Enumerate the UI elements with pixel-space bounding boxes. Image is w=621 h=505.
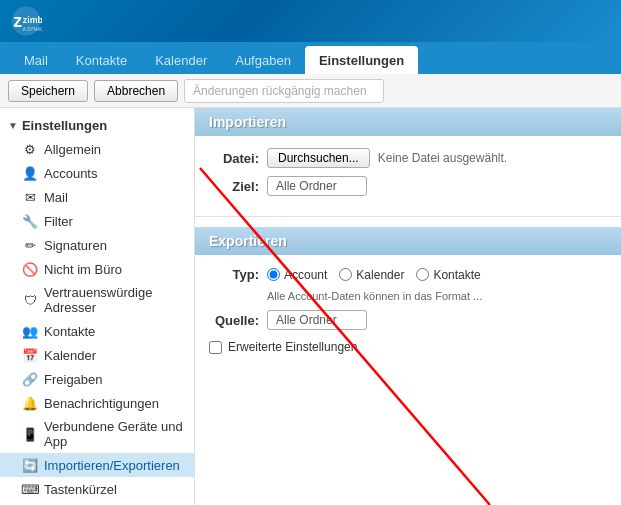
nav-tab-kalender[interactable]: Kalender [141,46,221,74]
nichtimbuero-icon: 🚫 [22,261,38,277]
quelle-label: Quelle: [209,313,259,328]
sidebar-item-accounts[interactable]: 👤 Accounts [0,161,194,185]
zimbra-logo-icon: z zimbra A SYNACOR PRODUCT [10,5,42,37]
svg-text:zimbra: zimbra [23,15,42,25]
undo-field[interactable]: Änderungen rückgängig machen [184,79,384,103]
nav-tab-aufgaben[interactable]: Aufgaben [221,46,305,74]
sidebar-item-allgemein[interactable]: ⚙ Allgemein [0,137,194,161]
browse-button[interactable]: Durchsuchen... [267,148,370,168]
import-section-body: Datei: Durchsuchen... Keine Datei ausgew… [195,136,621,217]
import-section-header: Importieren [195,108,621,136]
sidebar-item-label: Accounts [44,166,97,181]
sidebar-item-label: Signaturen [44,238,107,253]
quelle-dropdown-value: Alle Ordner [276,313,337,327]
sidebar-item-kalender[interactable]: 📅 Kalender [0,343,194,367]
filter-icon: 🔧 [22,213,38,229]
quelle-row: Quelle: Alle Ordner [209,310,607,330]
freigaben-icon: 🔗 [22,371,38,387]
signaturen-icon: ✏ [22,237,38,253]
sidebar-item-label: Allgemein [44,142,101,157]
logo-area: z zimbra A SYNACOR PRODUCT [10,5,42,37]
export-title: Exportieren [209,233,287,249]
radio-kalender-label: Kalender [356,268,404,282]
export-section-body: Typ: Account Kalender Kontakte [195,255,621,366]
sidebar-item-label: Tastenkürzel [44,482,117,497]
collapse-arrow-icon: ▼ [8,120,18,131]
allgemein-icon: ⚙ [22,141,38,157]
typ-label: Typ: [209,267,259,282]
kalender-icon: 📅 [22,347,38,363]
radio-account[interactable]: Account [267,268,327,282]
toolbar: Speichern Abbrechen Änderungen rückgängi… [0,74,621,108]
erweitert-label: Erweiterte Einstellungen [228,340,357,354]
sidebar: ▼ Einstellungen ⚙ Allgemein 👤 Accounts ✉… [0,108,195,505]
import-title: Importieren [209,114,286,130]
ziel-dropdown-value: Alle Ordner [276,179,337,193]
benachrichtigungen-icon: 🔔 [22,395,38,411]
svg-text:z: z [13,11,22,31]
sidebar-item-label: Kontakte [44,324,95,339]
sidebar-item-benachrichtigungen[interactable]: 🔔 Benachrichtigungen [0,391,194,415]
sidebar-item-label: Freigaben [44,372,103,387]
sidebar-item-label: Nicht im Büro [44,262,122,277]
radio-account-label: Account [284,268,327,282]
sidebar-item-filter[interactable]: 🔧 Filter [0,209,194,233]
mail-icon: ✉ [22,189,38,205]
radio-account-input[interactable] [267,268,280,281]
typ-row: Typ: Account Kalender Kontakte [209,267,607,282]
sidebar-item-label: Vertrauenswürdige Adresser [44,285,186,315]
content-area: Importieren Datei: Durchsuchen... Keine … [195,108,621,505]
radio-kontakte-label: Kontakte [433,268,480,282]
sidebar-section-header[interactable]: ▼ Einstellungen [0,114,194,137]
tastenkuerzel-icon: ⌨ [22,481,38,497]
verbundene-icon: 📱 [22,426,38,442]
radio-kontakte[interactable]: Kontakte [416,268,480,282]
sidebar-item-label: Kalender [44,348,96,363]
sidebar-item-signaturen[interactable]: ✏ Signaturen [0,233,194,257]
erweitert-checkbox[interactable] [209,341,222,354]
nav-tab-einstellungen[interactable]: Einstellungen [305,46,418,74]
radio-kontakte-input[interactable] [416,268,429,281]
kontakte-icon: 👥 [22,323,38,339]
nav-tab-kontakte[interactable]: Kontakte [62,46,141,74]
ziel-label: Ziel: [209,179,259,194]
export-section-header: Exportieren [195,227,621,255]
nav-bar: Mail Kontakte Kalender Aufgaben Einstell… [0,42,621,74]
importexport-icon: 🔄 [22,457,38,473]
erweitert-row: Erweiterte Einstellungen [209,340,607,354]
sidebar-item-vertrauenswuerdig[interactable]: 🛡 Vertrauenswürdige Adresser [0,281,194,319]
radio-kalender[interactable]: Kalender [339,268,404,282]
sidebar-item-label: Mail [44,190,68,205]
sidebar-item-tastenkuerzel[interactable]: ⌨ Tastenkürzel [0,477,194,501]
vertrauenswuerdig-icon: 🛡 [22,292,38,308]
quelle-dropdown[interactable]: Alle Ordner [267,310,367,330]
sidebar-item-mail[interactable]: ✉ Mail [0,185,194,209]
cancel-button[interactable]: Abbrechen [94,80,178,102]
sidebar-item-freigaben[interactable]: 🔗 Freigaben [0,367,194,391]
no-file-text: Keine Datei ausgewählt. [378,151,507,165]
main-layout: ▼ Einstellungen ⚙ Allgemein 👤 Accounts ✉… [0,108,621,505]
ziel-dropdown[interactable]: Alle Ordner [267,176,367,196]
save-button[interactable]: Speichern [8,80,88,102]
sidebar-item-nichtimbuero[interactable]: 🚫 Nicht im Büro [0,257,194,281]
radio-kalender-input[interactable] [339,268,352,281]
datei-label: Datei: [209,151,259,166]
sidebar-item-verbundene[interactable]: 📱 Verbundene Geräte und App [0,415,194,453]
undo-label: Änderungen rückgängig machen [193,84,366,98]
sidebar-item-label: Verbundene Geräte und App [44,419,186,449]
datei-row: Datei: Durchsuchen... Keine Datei ausgew… [209,148,607,168]
sidebar-item-importexport[interactable]: 🔄 Importieren/Exportieren [0,453,194,477]
sidebar-item-label: Benachrichtigungen [44,396,159,411]
typ-radio-group: Account Kalender Kontakte [267,268,481,282]
accounts-icon: 👤 [22,165,38,181]
sidebar-item-label: Importieren/Exportieren [44,458,180,473]
app-header: z zimbra A SYNACOR PRODUCT [0,0,621,42]
nav-tab-mail[interactable]: Mail [10,46,62,74]
ziel-row: Ziel: Alle Ordner [209,176,607,196]
sidebar-item-kontakte[interactable]: 👥 Kontakte [0,319,194,343]
sidebar-section-title: Einstellungen [22,118,107,133]
sidebar-item-label: Filter [44,214,73,229]
svg-text:A SYNACOR PRODUCT: A SYNACOR PRODUCT [23,27,42,32]
export-hint: Alle Account-Daten können in das Format … [267,290,607,302]
